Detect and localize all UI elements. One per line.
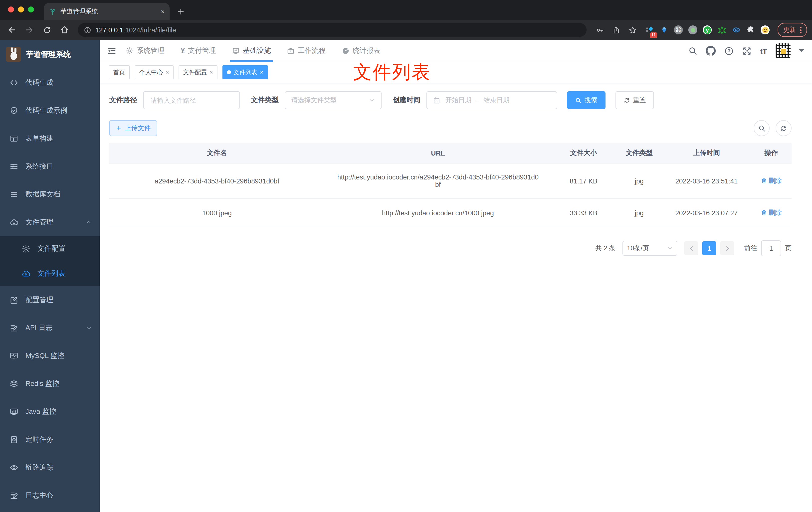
tag-home[interactable]: 首页 (109, 65, 130, 79)
extension-cmd-icon[interactable]: ⌘ (673, 25, 683, 35)
active-tag-dot (227, 70, 231, 74)
fullscreen-icon[interactable] (742, 46, 752, 56)
col-time: 上传时间 (662, 146, 751, 160)
delete-button[interactable]: 删除 (760, 177, 782, 185)
browser-menu-icon[interactable] (800, 27, 802, 33)
password-key-icon[interactable] (593, 24, 606, 36)
nav-item-workflow[interactable]: 工作流程 (287, 40, 326, 62)
zoom-window-button[interactable] (28, 6, 34, 12)
page-number-1[interactable]: 1 (702, 241, 716, 255)
file-type-select[interactable]: 请选择文件类型 (285, 91, 382, 109)
search-icon[interactable] (688, 47, 697, 55)
share-icon[interactable] (609, 24, 622, 36)
tag-close-icon[interactable]: × (209, 69, 213, 75)
end-date-placeholder: 结束日期 (484, 96, 510, 105)
help-icon[interactable] (724, 46, 734, 56)
url-path: :1024/infra/file/file (123, 26, 176, 34)
sidebar-item-redis-monitor[interactable]: Redis 监控 (0, 370, 100, 398)
browser-tab[interactable]: 芋道管理系统 × (44, 3, 170, 20)
site-info-icon[interactable] (84, 26, 91, 34)
create-time-label: 创建时间 (393, 96, 420, 105)
bookmark-star-icon[interactable] (626, 24, 639, 36)
col-url: URL (325, 146, 551, 160)
sidebar-item-file-management[interactable]: 文件管理 (0, 208, 100, 236)
file-path-input[interactable] (150, 96, 233, 104)
sidebar-item-mysql-monitor[interactable]: MySQL 监控 (0, 342, 100, 370)
prev-page-button[interactable] (684, 241, 698, 255)
log-center-icon (9, 491, 19, 500)
browser-toolbar: 127.0.0.1:1024/infra/file/file 11 ⌘ y 更新 (0, 20, 812, 40)
extension-emoji-icon[interactable] (760, 25, 770, 35)
sidebar-item-log-center[interactable]: 日志中心 (0, 482, 100, 510)
nav-item-statistics[interactable]: 统计报表 (342, 40, 381, 62)
address-bar[interactable]: 127.0.0.1:1024/infra/file/file (78, 23, 586, 37)
sliders-icon (9, 162, 19, 171)
show-search-button[interactable] (754, 120, 770, 136)
sidebar-item-config-management[interactable]: 配置管理 (0, 286, 100, 314)
sidebar-item-file-list[interactable]: 文件列表 (0, 261, 100, 286)
col-filename: 文件名 (109, 146, 325, 160)
next-page-button[interactable] (720, 241, 734, 255)
extension-eye-icon[interactable] (731, 25, 741, 35)
tag-file-list[interactable]: 文件列表× (223, 65, 268, 79)
close-window-button[interactable] (8, 6, 14, 12)
extension-gem-icon[interactable] (659, 25, 669, 35)
tag-file-config[interactable]: 文件配置× (179, 65, 218, 79)
avatar-caret-icon[interactable] (799, 49, 804, 52)
extension-star-icon[interactable] (717, 25, 727, 35)
refresh-table-button[interactable] (776, 120, 791, 136)
cell-time: 2022-03-16 23:07:27 (662, 206, 751, 220)
page-size-select[interactable]: 10条/页 (622, 241, 677, 256)
browser-update-button[interactable]: 更新 (778, 23, 807, 37)
sidebar-item-code-example[interactable]: 代码生成示例 (0, 97, 100, 125)
cell-url: http://test.yudao.iocoder.cn/a294ecb2-73… (325, 171, 551, 191)
trash-icon (760, 178, 767, 184)
tag-close-icon[interactable]: × (260, 69, 263, 75)
chevron-down-icon (369, 97, 375, 103)
nav-item-system-management[interactable]: 系统管理 (126, 40, 165, 62)
delete-button[interactable]: 删除 (760, 208, 782, 217)
reset-button[interactable]: 重置 (615, 91, 654, 109)
tag-profile[interactable]: 个人中心× (135, 65, 174, 79)
refresh-icon (780, 124, 787, 132)
sidebar-item-scheduled-tasks[interactable]: 定时任务 (0, 426, 100, 454)
sidebar-item-file-config[interactable]: 文件配置 (0, 236, 100, 261)
window-controls (8, 6, 34, 12)
tab-close-icon[interactable]: × (161, 8, 165, 15)
font-size-icon[interactable]: tT (760, 47, 767, 55)
extensions-puzzle-icon[interactable] (746, 25, 756, 35)
avatar-qr[interactable] (776, 43, 790, 58)
goto-page-input[interactable] (761, 240, 781, 256)
pagination: 共 2 条 10条/页 1 前往 页 (109, 240, 791, 256)
github-icon[interactable] (706, 46, 716, 56)
new-tab-button[interactable] (177, 7, 185, 16)
browser-tab-strip: 芋道管理系统 × (0, 0, 812, 20)
extension-y-icon[interactable]: y (702, 25, 712, 35)
top-nav: 系统管理 ¥ 支付管理 基础设施 工作流程 (126, 40, 381, 62)
back-button[interactable] (5, 23, 19, 37)
extension-grey-dot-icon[interactable] (688, 25, 698, 35)
layers-icon (9, 380, 19, 388)
reload-button[interactable] (40, 23, 54, 37)
date-range-picker[interactable]: 开始日期 - 结束日期 (427, 91, 557, 109)
sidebar-item-system-api[interactable]: 系统接口 (0, 153, 100, 180)
search-button[interactable]: 搜索 (567, 91, 606, 109)
sidebar-item-code-generation[interactable]: 代码生成 (0, 69, 100, 97)
nav-item-infrastructure[interactable]: 基础设施 (232, 40, 271, 62)
app-logo[interactable]: 芋道管理系统 (0, 40, 100, 69)
nav-item-payment-management[interactable]: ¥ 支付管理 (180, 40, 216, 62)
upload-file-button[interactable]: 上传文件 (109, 120, 157, 136)
sidebar-item-tracing[interactable]: 链路追踪 (0, 454, 100, 482)
minimize-window-button[interactable] (18, 6, 24, 12)
forward-button[interactable] (23, 23, 36, 37)
sidebar-toggle-icon[interactable] (107, 46, 117, 56)
sidebar-item-form-builder[interactable]: 表单构建 (0, 125, 100, 153)
sidebar-item-db-doc[interactable]: 数据库文档 (0, 180, 100, 208)
home-button[interactable] (57, 23, 71, 37)
total-count: 共 2 条 (595, 244, 615, 253)
tags-view-bar: 首页 个人中心× 文件配置× 文件列表× (100, 62, 812, 83)
sidebar-item-java-monitor[interactable]: Java 监控 (0, 398, 100, 426)
sidebar-item-api-log[interactable]: API 日志 (0, 314, 100, 342)
extension-diamond-icon[interactable]: 11 (644, 25, 655, 35)
tag-close-icon[interactable]: × (166, 69, 169, 75)
